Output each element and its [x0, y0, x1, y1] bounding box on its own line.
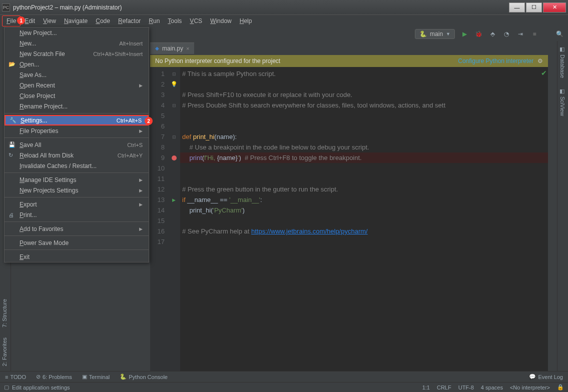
file-menu-manage-ide-settings[interactable]: Manage IDE Settings▶: [5, 174, 149, 185]
gutter-mark[interactable]: [168, 142, 180, 152]
code-line[interactable]: [180, 163, 548, 174]
fold-icon[interactable]: ⊟: [172, 103, 176, 108]
tool-window-7-structure[interactable]: 7: Structure: [0, 294, 11, 332]
code-line[interactable]: def print_hi(name):: [180, 132, 548, 142]
inspection-ok-icon[interactable]: ✔: [541, 69, 547, 77]
fold-icon[interactable]: ⊟: [172, 134, 176, 140]
gutter-mark[interactable]: [168, 226, 180, 236]
debug-button[interactable]: 🐞: [474, 30, 483, 38]
configure-interpreter-link[interactable]: Configure Python interpreter: [458, 58, 533, 64]
gutter-mark[interactable]: ▶: [168, 194, 180, 205]
run-with-coverage-button[interactable]: ⬘: [488, 30, 497, 38]
gutter-mark[interactable]: [168, 163, 180, 174]
file-menu-exit[interactable]: Exit: [5, 252, 149, 262]
status-indicator[interactable]: UTF-8: [458, 384, 474, 390]
run-gutter-icon[interactable]: ▶: [172, 198, 176, 202]
file-menu-save-all[interactable]: 💾Save AllCtrl+S: [5, 140, 149, 150]
run-configuration-selector[interactable]: 🐍 main ▼: [415, 29, 455, 39]
file-menu-new[interactable]: New...Alt+Insert: [5, 38, 149, 48]
tool-window-database[interactable]: ◧Database: [557, 41, 567, 83]
gutter-mark[interactable]: [168, 121, 180, 132]
code-line[interactable]: [180, 79, 548, 90]
menu-help[interactable]: Help: [236, 16, 256, 26]
file-menu-open[interactable]: 📂Open...: [5, 59, 149, 70]
editor-tab-main-py[interactable]: ◆ main.py ×: [150, 42, 194, 54]
gutter-mark[interactable]: 💡: [168, 79, 180, 90]
run-button[interactable]: ▶: [460, 30, 469, 38]
file-menu-rename-project[interactable]: Rename Project...: [5, 101, 149, 112]
code-line[interactable]: [180, 174, 548, 184]
fold-icon[interactable]: ⊟: [172, 72, 176, 76]
file-menu-add-to-favorites[interactable]: Add to Favorites▶: [5, 224, 149, 234]
gear-icon[interactable]: ⚙: [537, 58, 543, 64]
file-menu-save-as[interactable]: Save As...: [5, 70, 149, 80]
file-menu-new-scratch-file[interactable]: New Scratch FileCtrl+Alt+Shift+Insert: [5, 48, 149, 59]
gutter-mark[interactable]: ⊟: [168, 100, 180, 110]
status-indicator[interactable]: <No interpreter>: [510, 384, 550, 390]
gutter-mark[interactable]: [168, 184, 180, 194]
code-line[interactable]: [180, 216, 548, 226]
code-line[interactable]: # Press Double Shift to search everywher…: [180, 100, 548, 110]
code-line[interactable]: if __name__ == '__main__':: [180, 194, 548, 205]
gutter-mark[interactable]: [168, 152, 180, 163]
stop-button[interactable]: ■: [530, 30, 539, 38]
file-menu-new-projects-settings[interactable]: New Projects Settings▶: [5, 185, 149, 196]
status-indicator[interactable]: 4 spaces: [481, 384, 503, 390]
tool-window-terminal[interactable]: ▣Terminal: [82, 374, 110, 380]
menu-code[interactable]: Code: [92, 16, 114, 26]
file-menu-power-save-mode[interactable]: Power Save Mode: [5, 238, 149, 248]
tool-window-sciview[interactable]: ◧SciView: [557, 83, 567, 121]
code-line[interactable]: print_hi('PyCharm'): [180, 205, 548, 216]
menu-refactor[interactable]: Refactor: [114, 16, 145, 26]
gutter-mark[interactable]: [168, 236, 180, 247]
gutter-marks[interactable]: ⊟💡⊟⊟▶: [168, 67, 180, 371]
code-line[interactable]: [180, 110, 548, 121]
attach-button[interactable]: ⇥: [516, 30, 525, 38]
file-menu-file-properties[interactable]: File Properties▶: [5, 126, 149, 136]
gutter-mark[interactable]: [168, 216, 180, 226]
gutter-mark[interactable]: [168, 174, 180, 184]
menu-run[interactable]: Run: [145, 16, 164, 26]
status-indicator[interactable]: 1:1: [422, 384, 430, 390]
search-everywhere-button[interactable]: 🔍: [555, 30, 564, 38]
status-indicator[interactable]: CRLF: [437, 384, 451, 390]
tool-window-2-favorites[interactable]: 2: Favorites: [0, 332, 11, 371]
file-menu-new-project[interactable]: New Project...: [5, 28, 149, 38]
menu-vcs[interactable]: VCS: [186, 16, 206, 26]
code-line[interactable]: [180, 121, 548, 132]
code-line[interactable]: # Press Shift+F10 to execute it or repla…: [180, 90, 548, 100]
tool-window-todo[interactable]: ≡TODO: [5, 374, 26, 380]
close-button[interactable]: ✕: [543, 2, 566, 12]
tool-window-python-console[interactable]: 🐍Python Console: [120, 374, 168, 380]
file-menu-settings[interactable]: 🔧Settings...Ctrl+Alt+S2: [5, 115, 149, 126]
menu-file[interactable]: File1: [2, 16, 21, 26]
tool-window-toggle-icon[interactable]: ▢: [4, 384, 9, 390]
menu-edit[interactable]: Edit: [21, 16, 39, 26]
code-line[interactable]: print(f'Hi, {name}') # Press Ctrl+F8 to …: [180, 152, 548, 163]
minimize-button[interactable]: —: [509, 2, 525, 12]
code-area[interactable]: # This is a sample Python script. # Pres…: [180, 67, 548, 371]
gutter-mark[interactable]: [168, 205, 180, 216]
code-line[interactable]: # Use a breakpoint in the code line belo…: [180, 142, 548, 152]
gutter-mark[interactable]: [168, 90, 180, 100]
close-tab-icon[interactable]: ×: [186, 46, 189, 52]
gutter-mark[interactable]: [168, 110, 180, 121]
file-menu-print[interactable]: 🖨Print...: [5, 210, 149, 220]
code-line[interactable]: [180, 236, 548, 247]
file-menu-reload-all-from-disk[interactable]: ↻Reload All from DiskCtrl+Alt+Y: [5, 150, 149, 160]
menu-view[interactable]: View: [39, 16, 60, 26]
intention-bulb-icon[interactable]: 💡: [171, 81, 178, 88]
lock-icon[interactable]: 🔒: [557, 384, 564, 390]
file-menu-export[interactable]: Export▶: [5, 199, 149, 210]
profile-button[interactable]: ◔: [502, 30, 511, 38]
gutter-mark[interactable]: ⊟: [168, 68, 180, 79]
menu-navigate[interactable]: Navigate: [60, 16, 92, 26]
tool-window-6-problems[interactable]: ⊘6: Problems: [36, 374, 72, 380]
event-log-button[interactable]: 💬Event Log: [529, 374, 563, 380]
file-menu-open-recent[interactable]: Open Recent▶: [5, 80, 149, 90]
breakpoint-icon[interactable]: [172, 156, 177, 160]
gutter-mark[interactable]: ⊟: [168, 132, 180, 142]
maximize-button[interactable]: ☐: [526, 2, 542, 12]
file-menu-close-project[interactable]: Close Project: [5, 90, 149, 101]
code-line[interactable]: # See PyCharm help at https://www.jetbra…: [180, 226, 548, 236]
